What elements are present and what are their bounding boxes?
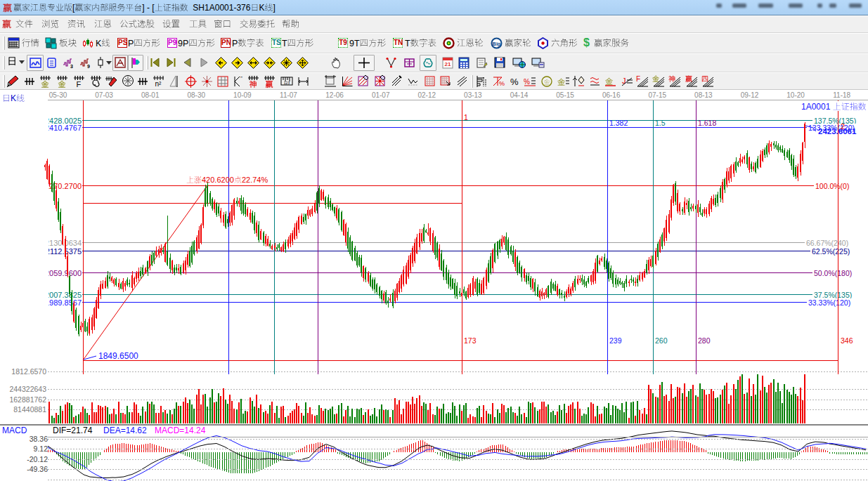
svg-text:9T: 9T [349, 39, 360, 48]
svg-text:173: 173 [464, 336, 477, 345]
svg-text:[: [ [72, 3, 75, 13]
svg-text:1849.6500: 1849.6500 [98, 351, 138, 361]
svg-text:62.5%(225): 62.5%(225) [812, 247, 850, 256]
svg-text:22.74%: 22.74% [242, 176, 268, 184]
svg-text:12-06: 12-06 [325, 91, 344, 99]
svg-text:08-30: 08-30 [188, 91, 206, 99]
svg-text:2270.2700: 2270.2700 [45, 182, 82, 190]
svg-text:2423.6061: 2423.6061 [818, 127, 857, 136]
svg-text:DEA=14.62: DEA=14.62 [103, 426, 147, 435]
svg-text:03-13: 03-13 [464, 91, 482, 99]
svg-text:04-14: 04-14 [510, 91, 529, 99]
svg-text:P: P [128, 39, 134, 48]
svg-text:08-13: 08-13 [694, 91, 713, 99]
svg-text:1.618: 1.618 [698, 119, 716, 127]
svg-text:K: K [259, 3, 264, 13]
svg-text:MACD=14.24: MACD=14.24 [155, 426, 206, 435]
svg-text:T: T [282, 39, 287, 48]
svg-text:38.36: 38.36 [30, 435, 48, 443]
svg-text:420.6200: 420.6200 [202, 176, 234, 184]
svg-text:]: ] [273, 3, 275, 13]
svg-text:11-07: 11-07 [280, 91, 297, 99]
svg-text:260: 260 [655, 336, 668, 345]
svg-text:81440881: 81440881 [13, 405, 46, 414]
svg-text:08-01: 08-01 [141, 91, 160, 99]
svg-text:10-20: 10-20 [786, 91, 805, 99]
svg-text:SH1A0001-376: SH1A0001-376 [188, 3, 251, 13]
svg-text:11-18: 11-18 [833, 91, 850, 99]
svg-text:02-12: 02-12 [418, 91, 436, 99]
svg-text:05-15: 05-15 [556, 91, 574, 99]
svg-text:2112.5375: 2112.5375 [46, 247, 82, 256]
svg-text:50.0%(180): 50.0%(180) [814, 269, 852, 277]
svg-text:66.67%(240): 66.67%(240) [806, 239, 848, 247]
svg-text:1.5: 1.5 [655, 119, 666, 127]
svg-text:07-03: 07-03 [95, 91, 113, 99]
svg-text:09-12: 09-12 [741, 91, 759, 99]
svg-text:100.0%(0): 100.0%(0) [815, 182, 849, 190]
svg-text:9.12: 9.12 [34, 444, 48, 453]
svg-text:07-15: 07-15 [649, 91, 667, 99]
svg-text:-49.36: -49.36 [27, 465, 48, 473]
svg-text:05-30: 05-30 [49, 91, 67, 99]
svg-text:01-07: 01-07 [372, 91, 390, 99]
svg-text:1A0001: 1A0001 [801, 102, 833, 112]
svg-text:-20.12: -20.12 [27, 455, 48, 463]
svg-text:06-16: 06-16 [602, 91, 621, 99]
svg-text:346: 346 [841, 336, 853, 345]
svg-text:DIF=21.74: DIF=21.74 [53, 426, 93, 435]
svg-text:K: K [11, 93, 16, 103]
svg-text:1812.6570: 1812.6570 [11, 367, 46, 376]
svg-text:162881762: 162881762 [9, 395, 46, 404]
svg-text:T: T [405, 39, 410, 48]
svg-text:2059.9600: 2059.9600 [45, 269, 82, 277]
svg-text:280: 280 [698, 336, 711, 345]
svg-text:1989.8567: 1989.8567 [45, 298, 82, 307]
svg-text:2: 2 [841, 122, 845, 131]
svg-text:9P: 9P [178, 39, 188, 48]
svg-text:1: 1 [464, 113, 468, 121]
svg-text:1.382: 1.382 [609, 119, 628, 127]
svg-text:10-09: 10-09 [233, 91, 252, 99]
svg-text:244322643: 244322643 [9, 385, 46, 393]
svg-text:33.33%(120): 33.33%(120) [808, 298, 850, 307]
svg-text:K: K [96, 39, 102, 48]
svg-text:MACD: MACD [2, 426, 27, 435]
svg-text:P: P [232, 39, 238, 48]
svg-text:] - [: ] - [ [142, 3, 155, 13]
svg-text:239: 239 [609, 336, 622, 345]
svg-text:2410.4767: 2410.4767 [45, 124, 82, 132]
